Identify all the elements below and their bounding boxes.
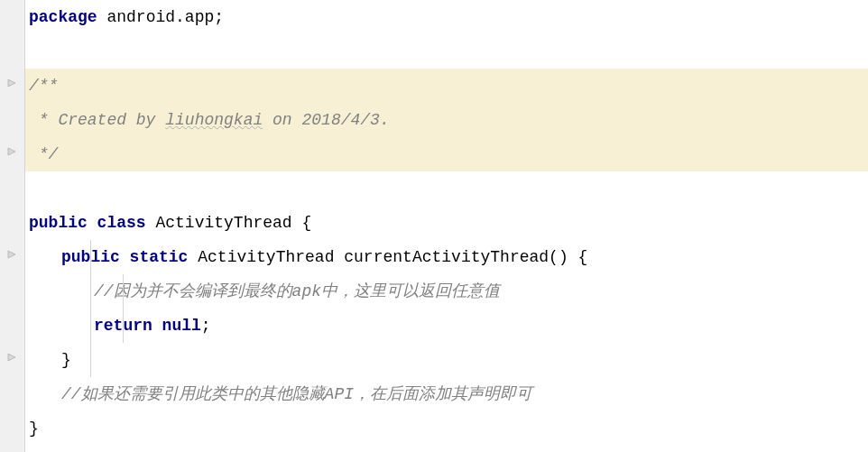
code-line[interactable]: //如果还需要引用此类中的其他隐藏API，在后面添加其声明即可 — [29, 377, 868, 411]
semicolon: ; — [214, 8, 224, 26]
line-comment: //因为并不会编译到最终的apk中，这里可以返回任意值 — [94, 282, 500, 300]
brace-open: { — [301, 214, 311, 232]
indent-guide — [123, 274, 124, 343]
keyword-package: package — [29, 8, 97, 26]
fold-handle-icon[interactable] — [5, 144, 19, 159]
keyword-static: static — [120, 248, 189, 266]
semicolon: ; — [201, 317, 211, 335]
javadoc-text: * Created by liuhongkai on 2018/4/3. — [29, 111, 390, 129]
code-line[interactable]: /** — [29, 69, 868, 103]
code-line[interactable]: */ — [29, 137, 868, 171]
keyword-class: class — [88, 214, 146, 232]
parens: () — [549, 248, 577, 266]
method-name: currentActivityThread — [344, 248, 549, 266]
code-line[interactable]: //因为并不会编译到最终的apk中，这里可以返回任意值 — [29, 274, 868, 309]
keyword-null: null — [152, 317, 201, 335]
code-line[interactable]: public static ActivityThread currentActi… — [29, 240, 868, 274]
code-line[interactable]: * Created by liuhongkai on 2018/4/3. — [29, 103, 868, 137]
package-name: android.app — [97, 8, 215, 26]
javadoc-open: /** — [29, 77, 58, 95]
code-line-blank[interactable] — [29, 34, 868, 69]
javadoc-close: */ — [29, 145, 58, 163]
code-line[interactable]: return null; — [29, 309, 868, 343]
fold-handle-icon[interactable] — [5, 247, 19, 262]
code-line[interactable]: package android.app; — [29, 0, 868, 34]
code-line[interactable]: } — [29, 411, 868, 446]
brace-close: } — [29, 420, 39, 438]
code-line[interactable]: public class ActivityThread { — [29, 206, 868, 240]
code-line-blank[interactable] — [29, 171, 868, 206]
line-comment: //如果还需要引用此类中的其他隐藏API，在后面添加其声明即可 — [61, 385, 532, 403]
editor-gutter — [0, 0, 25, 452]
return-type: ActivityThread — [188, 248, 344, 266]
class-name: ActivityThread — [146, 214, 302, 232]
brace-close: } — [61, 351, 71, 369]
indent-guide — [90, 240, 91, 377]
typo-underline: liuhongkai — [165, 111, 263, 129]
fold-handle-icon[interactable] — [5, 76, 19, 90]
keyword-public: public — [29, 214, 88, 232]
brace-open: { — [578, 248, 588, 266]
javadoc-block: /** * Created by liuhongkai on 2018/4/3.… — [25, 69, 868, 171]
fold-handle-icon[interactable] — [5, 350, 19, 364]
code-editor[interactable]: package android.app; /** * Created by li… — [25, 0, 868, 452]
code-line[interactable]: } — [29, 343, 868, 377]
